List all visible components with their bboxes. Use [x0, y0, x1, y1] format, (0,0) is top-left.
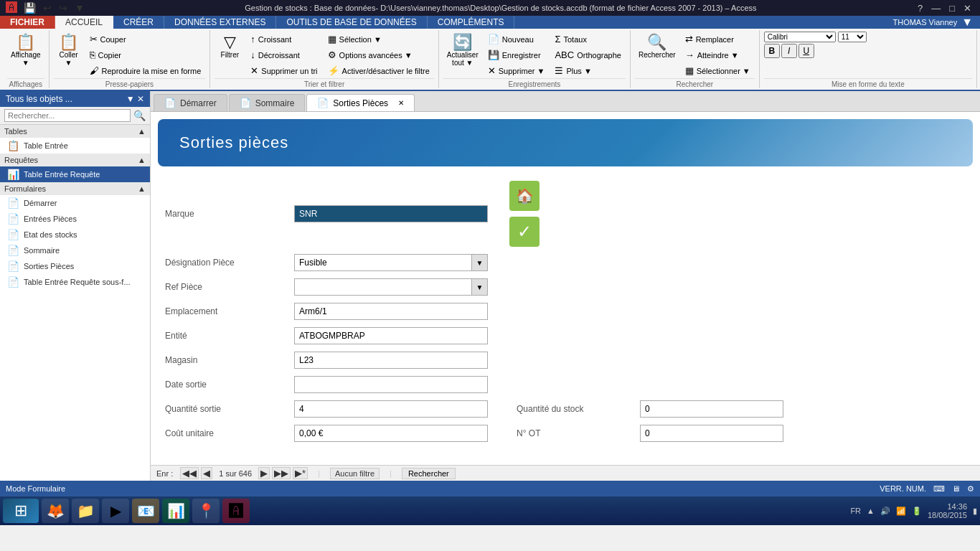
- sidebar-item-table-entree-requete-sous[interactable]: 📄 Table Entrée Requête sous-f...: [0, 274, 150, 290]
- tab-complements[interactable]: COMPLÉMENTS: [428, 16, 515, 29]
- sidebar-item-etat-stocks[interactable]: 📄 Etat des stocks: [0, 227, 150, 242]
- input-not[interactable]: [640, 425, 783, 442]
- taskbar-explorer[interactable]: 📁: [72, 499, 99, 523]
- input-entite[interactable]: [294, 327, 488, 344]
- tab-donnees[interactable]: DONNÉES EXTERNES: [164, 16, 276, 29]
- tab-creer[interactable]: CRÉER: [113, 16, 164, 29]
- taskbar-excel[interactable]: 📊: [162, 499, 189, 523]
- input-emplacement[interactable]: [294, 303, 488, 320]
- btn-reproduire[interactable]: 🖌 Reproduire la mise en forme: [85, 63, 206, 78]
- nav-tab-sommaire[interactable]: 📄 Sommaire: [229, 94, 306, 111]
- section-requetes[interactable]: Requêtes ▲: [0, 154, 150, 166]
- input-marque[interactable]: [294, 205, 488, 222]
- label-refpiece: Ref Pièce: [165, 282, 294, 292]
- input-qte-stock[interactable]: [640, 400, 783, 418]
- btn-selection[interactable]: ▦ Sélection ▼: [324, 32, 434, 47]
- section-tables[interactable]: Tables ▲: [0, 125, 150, 138]
- btn-validate[interactable]: ✓: [509, 217, 540, 247]
- input-refpiece[interactable]: [294, 278, 472, 296]
- title-text: Gestion de stocks : Base de données- D:\…: [87, 4, 915, 12]
- minimize-btn[interactable]: —: [928, 3, 943, 14]
- close-tab-icon[interactable]: ✕: [398, 99, 404, 107]
- input-cout[interactable]: [294, 425, 488, 442]
- close-btn[interactable]: ✕: [961, 3, 974, 14]
- qa-more[interactable]: ▼: [72, 2, 87, 14]
- input-qte-sortie[interactable]: [294, 400, 488, 418]
- input-date[interactable]: [294, 376, 488, 393]
- btn-home[interactable]: 🏠: [509, 181, 540, 211]
- search-icon[interactable]: 🔍: [133, 110, 146, 121]
- nav-prev[interactable]: ◀: [201, 467, 212, 479]
- btn-enregistrer[interactable]: 💾 Enregistrer: [484, 47, 550, 62]
- tab-accueil[interactable]: ACCUEIL: [55, 16, 113, 29]
- taskbar-access[interactable]: 🅰: [222, 499, 250, 523]
- taskbar-media[interactable]: ▶: [102, 499, 129, 523]
- qa-save[interactable]: 💾: [22, 2, 38, 14]
- screen-icon: 🖥: [952, 484, 960, 493]
- ribbon-tabs: FICHIER ACCUEIL CRÉER DONNÉES EXTERNES O…: [0, 16, 980, 29]
- input-designation[interactable]: [294, 254, 472, 271]
- btn-plus[interactable]: ☰ Plus ▼: [550, 63, 626, 78]
- btn-supprimer[interactable]: ✕ Supprimer ▼: [484, 63, 550, 78]
- maximize-btn[interactable]: □: [946, 3, 958, 14]
- tab-fichier[interactable]: FICHIER: [0, 16, 55, 29]
- search-btn[interactable]: Rechercher: [402, 468, 456, 479]
- form-row-designation: Désignation Pièce ▼: [165, 254, 966, 271]
- nav-controls: ◀◀ ◀ 1 sur 646 ▶ ▶▶ ▶*: [180, 467, 308, 479]
- network-icon: 📶: [896, 507, 906, 516]
- show-desktop-icon[interactable]: ▮: [973, 507, 977, 516]
- btn-couper[interactable]: ✂ Couper: [85, 32, 206, 47]
- taskbar-outlook[interactable]: 📧: [132, 499, 159, 523]
- btn-activer-desactiver[interactable]: ⚡ Activer/désactiver le filtre: [324, 63, 434, 78]
- sidebar-item-table-entree[interactable]: 📋 Table Entrée: [0, 138, 150, 154]
- ribbon-group-trier: ▽ Filtrer ↑ Croissant ↓ Décroissant ✕ Su…: [210, 30, 439, 88]
- btn-totaux[interactable]: Σ Totaux: [550, 32, 626, 47]
- sidebar-item-demarrer[interactable]: 📄 Démarrer: [0, 195, 150, 211]
- btn-selectionner[interactable]: ▦ Sélectionner ▼: [681, 63, 755, 78]
- btn-bold[interactable]: B: [764, 44, 780, 58]
- nav-first[interactable]: ◀◀: [180, 467, 199, 479]
- tab-outils[interactable]: OUTILS DE BASE DE DONNÉES: [276, 16, 427, 29]
- sidebar-search-input[interactable]: [4, 109, 131, 122]
- btn-italic[interactable]: I: [781, 44, 797, 58]
- btn-actualiser[interactable]: 🔄 Actualiser tout ▼: [443, 32, 482, 69]
- btn-croissant[interactable]: ↑ Croissant: [246, 32, 321, 47]
- nav-new[interactable]: ▶*: [293, 467, 308, 479]
- sidebar-item-entrees-pieces[interactable]: 📄 Entrées Pièces: [0, 211, 150, 227]
- btn-atteindre[interactable]: → Atteindre ▼: [681, 47, 755, 62]
- nav-tab-sorties-pieces[interactable]: 📄 Sorties Pièces ✕: [306, 94, 415, 111]
- up-arrow-icon: ▲: [867, 507, 875, 515]
- btn-underline[interactable]: U: [798, 44, 814, 58]
- btn-filtrer[interactable]: ▽ Filtrer: [215, 32, 245, 61]
- nav-next[interactable]: ▶: [258, 467, 270, 479]
- btn-options-avancees[interactable]: ⚙ Options avancées ▼: [324, 47, 434, 62]
- btn-affichage[interactable]: 📋 Affichage ▼: [7, 32, 44, 69]
- qa-undo[interactable]: ↩: [41, 2, 54, 14]
- qa-redo[interactable]: ↪: [57, 2, 70, 14]
- btn-rechercher[interactable]: 🔍 Rechercher: [635, 32, 679, 61]
- font-selector[interactable]: Calibri: [764, 32, 836, 42]
- btn-copier[interactable]: ⎘ Copier: [85, 47, 206, 62]
- input-magasin[interactable]: [294, 352, 488, 369]
- help-btn[interactable]: ?: [915, 3, 925, 14]
- taskbar-maps[interactable]: 📍: [192, 499, 220, 523]
- nav-tab-demarrer[interactable]: 📄 Démarrer: [154, 94, 227, 111]
- nav-last[interactable]: ▶▶: [272, 467, 291, 479]
- sidebar-item-sorties-pieces[interactable]: 📄 Sorties Pièces: [0, 258, 150, 274]
- btn-decroissant[interactable]: ↓ Décroissant: [246, 47, 321, 62]
- btn-supprimer-tri[interactable]: ✕ Supprimer un tri: [246, 63, 321, 78]
- combo-btn-designation[interactable]: ▼: [472, 254, 488, 271]
- sidebar-item-table-entree-requete[interactable]: 📊 Table Entrée Requête: [0, 166, 150, 182]
- start-button[interactable]: ⊞: [3, 499, 39, 523]
- taskbar-firefox[interactable]: 🦊: [42, 499, 69, 523]
- btn-remplacer[interactable]: ⇄ Remplacer: [681, 32, 755, 47]
- nav-tabs: 📄 Démarrer 📄 Sommaire 📄 Sorties Pièces ✕: [151, 91, 980, 112]
- font-size-selector[interactable]: 11: [838, 32, 867, 42]
- btn-coller[interactable]: 📋 Coller ▼: [54, 32, 84, 69]
- combo-btn-refpiece[interactable]: ▼: [472, 278, 488, 296]
- btn-nouveau[interactable]: 📄 Nouveau: [484, 32, 550, 47]
- section-formulaires[interactable]: Formulaires ▲: [0, 182, 150, 195]
- verr-num: VERR. NUM.: [880, 484, 926, 493]
- sidebar-item-sommaire[interactable]: 📄 Sommaire: [0, 242, 150, 258]
- btn-orthographe[interactable]: ABC Orthographe: [550, 47, 626, 62]
